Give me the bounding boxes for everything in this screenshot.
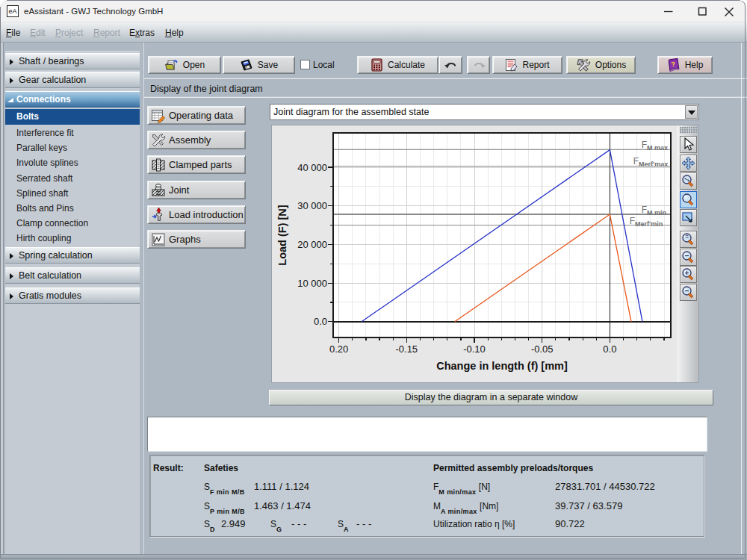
svg-text:F: F	[630, 216, 635, 226]
svg-text:M min: M min	[647, 209, 666, 217]
svg-text:-0.15: -0.15	[395, 343, 418, 355]
svg-text:-0.10: -0.10	[463, 343, 486, 355]
svg-text:30 000: 30 000	[297, 200, 327, 211]
svg-text:40 000: 40 000	[297, 162, 327, 173]
svg-text:F: F	[633, 156, 639, 167]
svg-text:0.20: 0.20	[329, 343, 348, 355]
svg-text:0.0: 0.0	[314, 316, 327, 327]
svg-text:F: F	[642, 205, 647, 215]
svg-text:10 000: 10 000	[297, 278, 327, 289]
svg-text:Load (F) [N]: Load (F) [N]	[276, 205, 288, 266]
svg-text:Change in length (f) [mm]: Change in length (f) [mm]	[436, 360, 568, 372]
svg-text:Merf'min: Merf'min	[635, 220, 663, 228]
svg-text:0.0: 0.0	[603, 343, 616, 355]
svg-text:20 000: 20 000	[297, 239, 327, 250]
svg-text:M max: M max	[647, 144, 668, 152]
svg-text:Merf'max: Merf'max	[639, 161, 668, 168]
svg-text:-0.05: -0.05	[531, 343, 554, 355]
svg-text:F: F	[642, 140, 647, 150]
